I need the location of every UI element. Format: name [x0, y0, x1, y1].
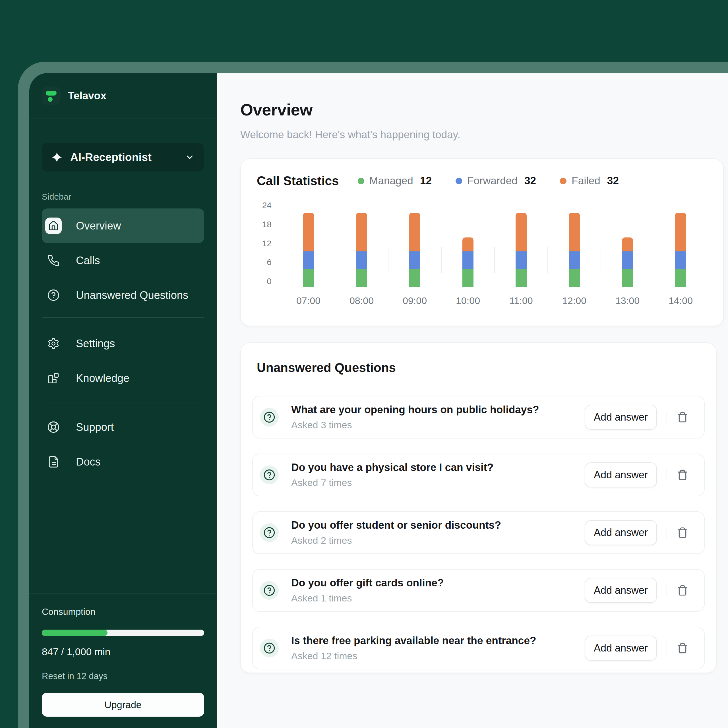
managed-segment: [409, 269, 420, 287]
stacked-bar: [569, 213, 580, 287]
failed-segment: [303, 213, 314, 251]
add-answer-button[interactable]: Add answer: [585, 405, 657, 430]
managed-segment: [675, 269, 686, 287]
sidebar-nav-tertiary: Support Docs: [29, 410, 217, 479]
forwarded-segment: [356, 251, 367, 269]
x-tick-label: 10:00: [456, 295, 480, 306]
sidebar-item-knowledge[interactable]: Knowledge: [42, 361, 204, 396]
sidebar-item-label: Unanswered Questions: [76, 289, 188, 301]
sidebar-item-label: Knowledge: [76, 372, 129, 384]
sidebar-nav-primary: Overview Calls: [29, 208, 217, 312]
failed-segment: [462, 237, 474, 252]
trash-icon[interactable]: [677, 469, 688, 480]
call-statistics-card: Call Statistics Managed 12 Forwarded 32: [240, 158, 724, 326]
question-text: What are your opening hours on public ho…: [291, 404, 585, 416]
consumption-panel: Consumption 847 / 1,000 min Reset in 12 …: [29, 593, 217, 728]
stacked-bar: [675, 213, 686, 287]
failed-dot-icon: [560, 178, 566, 184]
x-tick-label: 11:00: [509, 295, 533, 306]
question-text: Do you offer gift cards online?: [291, 577, 585, 589]
sidebar-divider: [42, 317, 204, 318]
call-statistics-chart: 24181260 07:0008:0009:0010:0011:0012:001…: [257, 202, 707, 306]
sparkle-icon: [52, 152, 62, 163]
x-tick-label: 07:00: [296, 295, 321, 306]
trash-icon[interactable]: [677, 411, 688, 423]
sidebar-item-label: Settings: [76, 338, 115, 350]
forwarded-segment: [462, 251, 474, 269]
failed-segment: [622, 237, 633, 252]
asked-count: Asked 12 times: [291, 650, 585, 661]
page-subtitle: Welcome back! Here's what's happening to…: [240, 129, 728, 141]
document-icon: [45, 454, 62, 470]
forwarded-segment: [622, 251, 633, 269]
y-tick-label: 24: [262, 201, 272, 210]
question-mark-icon: [260, 465, 279, 484]
home-icon: [45, 217, 62, 234]
trash-icon[interactable]: [677, 527, 688, 538]
upgrade-button[interactable]: Upgrade: [42, 693, 204, 717]
workspace-switcher[interactable]: AI-Receptionist: [42, 143, 204, 171]
stacked-bar: [303, 213, 314, 287]
sidebar-item-overview[interactable]: Overview: [42, 208, 204, 243]
managed-segment: [569, 269, 580, 287]
main-content: Overview Welcome back! Here's what's hap…: [217, 73, 728, 728]
telavox-logo-icon: [42, 86, 61, 105]
y-tick-label: 6: [267, 258, 272, 266]
chart-y-axis: 24181260: [257, 202, 272, 287]
x-tick-label: 12:00: [562, 295, 586, 306]
sidebar-item-unanswered-questions[interactable]: Unanswered Questions: [42, 278, 204, 312]
x-tick-label: 13:00: [615, 295, 639, 306]
brand-name: Telavox: [68, 90, 106, 102]
add-answer-button[interactable]: Add answer: [585, 520, 657, 545]
question-text: Do you have a physical store I can visit…: [291, 462, 585, 474]
x-tick-label: 08:00: [350, 295, 374, 306]
add-answer-button[interactable]: Add answer: [585, 578, 657, 603]
sidebar-item-support[interactable]: Support: [42, 410, 204, 445]
sidebar-item-calls[interactable]: Calls: [42, 243, 204, 278]
add-answer-button[interactable]: Add answer: [585, 462, 657, 488]
stacked-bar: [409, 213, 420, 287]
chart-plot: 07:0008:0009:0010:0011:0012:0013:0014:00: [282, 202, 707, 306]
bar-group: 09:00: [388, 202, 441, 306]
sidebar-item-settings[interactable]: Settings: [42, 326, 204, 361]
x-tick-label: 14:00: [668, 295, 693, 306]
add-answer-button[interactable]: Add answer: [585, 636, 657, 661]
legend-item-forwarded: Forwarded 32: [456, 175, 536, 187]
question-mark-icon: [260, 581, 279, 600]
consumption-title: Consumption: [42, 607, 204, 617]
consumption-reset: Reset in 12 days: [42, 671, 204, 681]
y-tick-label: 18: [262, 220, 272, 229]
question-text: Do you offer student or senior discounts…: [291, 519, 585, 531]
bar-group: 12:00: [548, 202, 601, 306]
managed-segment: [622, 269, 633, 287]
trash-icon[interactable]: [677, 642, 688, 654]
bar-group: 07:00: [282, 202, 335, 306]
question-text: Is there free parking available near the…: [291, 635, 585, 647]
managed-segment: [462, 269, 474, 287]
sidebar-item-docs[interactable]: Docs: [42, 445, 204, 479]
unanswered-questions-card: Unanswered Questions What are your openi…: [240, 343, 717, 673]
asked-count: Asked 3 times: [291, 419, 585, 431]
legend-item-managed: Managed 12: [358, 175, 432, 187]
forwarded-segment: [569, 251, 580, 269]
unanswered-questions-title: Unanswered Questions: [257, 361, 705, 375]
forwarded-segment: [515, 251, 527, 269]
question-row: Is there free parking available near the…: [252, 627, 705, 670]
x-tick-label: 09:00: [403, 295, 427, 306]
row-divider: [667, 411, 667, 424]
sidebar-item-label: Overview: [76, 220, 121, 232]
stacked-bar: [356, 213, 367, 287]
page-title: Overview: [240, 100, 728, 119]
asked-count: Asked 7 times: [291, 477, 585, 488]
row-divider: [667, 468, 667, 482]
sidebar-divider: [42, 402, 204, 402]
failed-segment: [569, 213, 580, 251]
sidebar-item-label: Calls: [76, 254, 100, 267]
help-circle-icon: [45, 287, 62, 303]
row-divider: [667, 584, 667, 597]
blocks-icon: [45, 370, 62, 387]
y-tick-label: 0: [267, 277, 272, 286]
lifebuoy-icon: [45, 419, 62, 435]
bar-group: 11:00: [494, 202, 548, 306]
trash-icon[interactable]: [677, 585, 688, 596]
